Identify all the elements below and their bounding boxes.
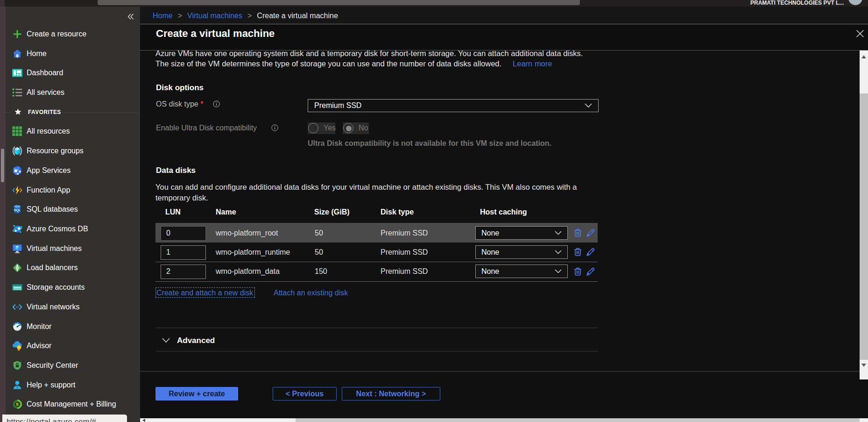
svg-text:SQL: SQL xyxy=(14,208,21,212)
svg-text:$: $ xyxy=(16,401,19,407)
